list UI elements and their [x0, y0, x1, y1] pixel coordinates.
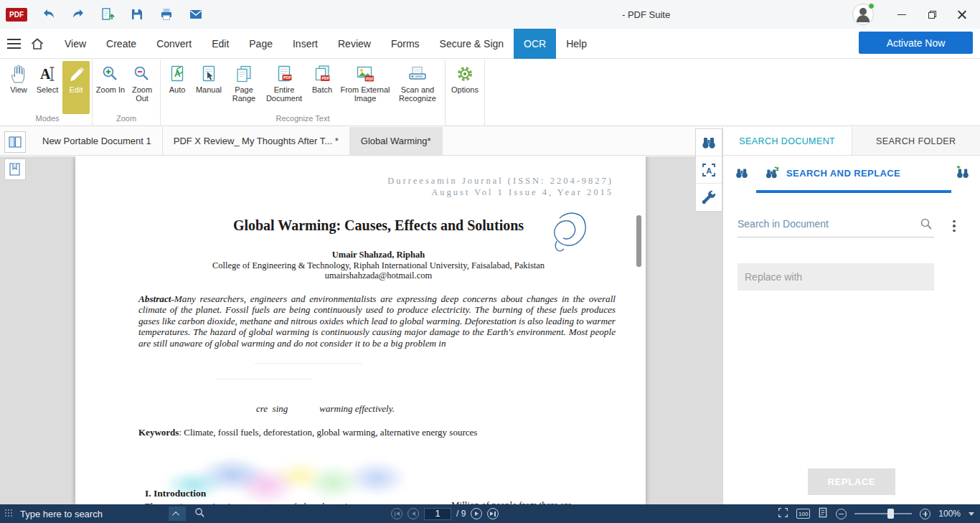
tab-page[interactable]: Page — [239, 29, 283, 59]
search-more-options-icon[interactable] — [948, 217, 960, 235]
account-avatar[interactable] — [852, 4, 874, 25]
tab-view[interactable]: View — [55, 29, 96, 59]
close-button[interactable] — [947, 0, 977, 29]
tab-insert[interactable]: Insert — [283, 29, 328, 59]
zoom-level-label[interactable]: 100% — [938, 509, 961, 519]
restore-button[interactable] — [917, 0, 947, 29]
doc-tab-new-portable-document[interactable]: New Portable Document 1 — [32, 127, 163, 155]
bookmarks-panel-toggle[interactable] — [4, 159, 26, 180]
floating-tools: A — [695, 128, 722, 212]
tab-help[interactable]: Help — [556, 29, 597, 59]
first-page-button[interactable] — [391, 508, 402, 519]
zoom-100-preset-button[interactable]: 100 — [796, 509, 810, 519]
save-icon[interactable] — [128, 6, 146, 23]
tab-secure-sign[interactable]: Secure & Sign — [430, 29, 514, 59]
ribbon-group-recognize-text: A Auto Manual Page Range PDF Entire Docu… — [161, 60, 446, 126]
email-icon[interactable] — [187, 6, 204, 23]
undo-icon[interactable] — [40, 6, 57, 23]
last-page-button[interactable] — [487, 508, 499, 519]
home-icon[interactable] — [24, 29, 50, 59]
zoom-slider-thumb[interactable] — [887, 509, 894, 519]
collapse-toolbar-button[interactable] — [169, 506, 186, 521]
hamburger-menu-icon[interactable] — [0, 29, 24, 59]
search-only-icon[interactable] — [733, 164, 750, 182]
minimize-icon — [897, 14, 906, 15]
select-text-icon: A — [39, 65, 56, 83]
active-section-underline — [756, 190, 951, 193]
ocr-auto-button[interactable]: A Auto — [163, 61, 192, 114]
ocr-region-tool-button[interactable]: A — [696, 156, 722, 184]
zoom-out-button[interactable]: Zoom Out — [126, 61, 158, 114]
pdf-page[interactable]: Durreesamin Journal (ISSN: 2204-9827) Au… — [75, 156, 646, 504]
statusbar-search-icon[interactable] — [194, 507, 205, 520]
ocr-page-range-button[interactable]: Page Range — [226, 61, 262, 114]
replace-button[interactable]: REPLACE — [808, 468, 895, 495]
statusbar-search-hint[interactable]: Type here to search — [20, 509, 103, 519]
replace-input-field[interactable] — [738, 263, 934, 291]
options-button[interactable]: Options — [448, 61, 482, 114]
group-label-modes: Modes — [5, 114, 90, 126]
ocr-manual-button[interactable]: Manual — [192, 61, 226, 114]
previous-page-button[interactable] — [407, 508, 419, 519]
batch-icon: PDF — [314, 65, 331, 83]
tab-edit[interactable]: Edit — [202, 29, 239, 59]
doc-tab-global-warming[interactable]: Global Warming* — [350, 127, 443, 155]
minimize-button[interactable] — [887, 0, 917, 29]
drag-handle-icon[interactable] — [5, 509, 14, 518]
doc-tab-pdf-x-review[interactable]: PDF X Review_ My Thoughts After T... * — [163, 127, 350, 155]
svg-text:PDF: PDF — [366, 77, 374, 81]
thumbnails-panel-toggle[interactable] — [4, 131, 26, 153]
zoom-dropdown-caret-icon[interactable] — [969, 512, 974, 516]
zoom-in-button[interactable]: Zoom In — [95, 61, 126, 114]
tab-search-folder[interactable]: SEARCH FOLDER — [852, 127, 980, 155]
tab-convert[interactable]: Convert — [146, 29, 202, 59]
ink-annotation[interactable] — [538, 208, 597, 267]
print-icon[interactable] — [158, 6, 175, 23]
view-mode-button[interactable]: View — [5, 61, 32, 114]
search-tool-button[interactable] — [696, 129, 722, 156]
import-document-icon[interactable] — [99, 6, 116, 23]
wrench-icon — [700, 189, 717, 206]
zoom-slider[interactable] — [854, 509, 912, 519]
vertical-scrollbar-thumb[interactable] — [636, 215, 641, 267]
tab-review[interactable]: Review — [328, 29, 381, 59]
activate-now-button[interactable]: Activate Now — [859, 32, 973, 54]
document-viewport[interactable]: Durreesamin Journal (ISSN: 2204-9827) Au… — [0, 156, 722, 504]
external-image-icon: PDF — [356, 65, 374, 83]
redo-icon[interactable] — [70, 6, 87, 23]
avatar-person-icon — [859, 8, 867, 15]
edit-mode-button[interactable]: Edit — [62, 61, 90, 114]
ocr-batch-button[interactable]: PDF Batch — [306, 61, 338, 114]
pencil-icon — [67, 65, 85, 83]
svg-text:A: A — [174, 69, 181, 79]
search-magnifier-icon[interactable] — [920, 217, 933, 233]
zoom-in-button[interactable] — [920, 509, 930, 519]
svg-text:PDF: PDF — [321, 76, 329, 80]
tab-ocr[interactable]: OCR — [514, 29, 556, 59]
select-mode-button[interactable]: A Select — [32, 61, 62, 114]
panels-icon — [7, 134, 23, 150]
online-status-dot — [868, 3, 875, 9]
intro-text-right-column: Million of people from there are — [451, 499, 572, 504]
hand-icon — [10, 65, 27, 83]
next-page-button[interactable] — [471, 508, 482, 519]
search-panel: SEARCH DOCUMENT SEARCH FOLDER SEARCH AND… — [722, 127, 980, 504]
ocr-entire-document-button[interactable]: PDF Entire Document — [262, 61, 306, 114]
tab-forms[interactable]: Forms — [381, 29, 430, 59]
fix-tool-button[interactable] — [696, 184, 722, 211]
fit-page-icon[interactable] — [818, 507, 828, 520]
current-page-input[interactable]: 1 — [424, 508, 451, 520]
ocr-from-external-image-button[interactable]: PDF From External Image — [338, 61, 392, 114]
search-options-icon[interactable] — [954, 164, 971, 182]
search-replace-icon[interactable] — [763, 164, 781, 182]
tab-search-document[interactable]: SEARCH DOCUMENT — [723, 127, 852, 155]
search-input[interactable] — [738, 212, 910, 236]
tab-create[interactable]: Create — [96, 29, 146, 59]
fullscreen-icon[interactable] — [778, 507, 788, 520]
zoom-out-icon — [133, 65, 151, 83]
search-input-field[interactable] — [738, 212, 934, 237]
zoom-out-button[interactable] — [836, 509, 847, 519]
replace-input[interactable] — [738, 263, 934, 291]
close-icon — [958, 10, 966, 19]
scan-and-recognize-button[interactable]: Scan and Recognize — [392, 61, 443, 114]
